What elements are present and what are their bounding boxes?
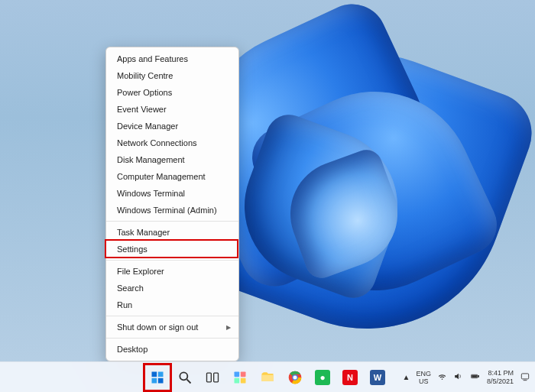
task-view-taskbar-icon[interactable] [200, 365, 225, 390]
svg-rect-2 [152, 377, 157, 383]
file-explorer-taskbar-icon[interactable] [255, 365, 280, 390]
winx-item-network-connections[interactable]: Network Connections [106, 134, 238, 151]
winx-separator [106, 316, 238, 316]
lang-primary: ENG [416, 370, 431, 377]
winx-item-task-manager[interactable]: Task Manager [106, 224, 238, 241]
svg-rect-9 [241, 371, 246, 377]
chevron-right-icon: ▶ [226, 324, 231, 331]
search-taskbar-icon[interactable] [173, 365, 197, 390]
winx-item-search[interactable]: Search [106, 280, 238, 296]
taskbar: ●NW ▲ ENG US 8:41 PM [0, 361, 535, 392]
system-tray: ▲ ENG US 8:41 PM 8/5/2021 [403, 362, 530, 392]
winx-menu: Apps and FeaturesMobility CentrePower Op… [105, 47, 239, 361]
volume-icon [453, 371, 463, 384]
svg-rect-17 [478, 375, 478, 377]
svg-rect-6 [207, 373, 212, 382]
winx-item-device-manager[interactable]: Device Manager [106, 118, 238, 134]
wifi-icon [437, 371, 447, 384]
desktop: Apps and FeaturesMobility CentrePower Op… [0, 0, 535, 392]
svg-rect-12 [262, 374, 274, 381]
start-taskbar-icon[interactable] [145, 365, 170, 390]
winx-item-run[interactable]: Run [106, 296, 238, 313]
winx-separator [106, 338, 238, 339]
svg-rect-3 [158, 377, 164, 383]
winx-separator [106, 260, 238, 261]
wallpaper [0, 0, 535, 392]
tray-overflow-chevron-icon[interactable]: ▲ [403, 373, 410, 381]
winx-item-apps-and-features[interactable]: Apps and Features [106, 50, 238, 67]
clock[interactable]: 8:41 PM 8/5/2021 [487, 369, 514, 386]
svg-rect-10 [235, 377, 240, 383]
taskbar-center: ●NW [145, 362, 390, 392]
language-switcher[interactable]: ENG US [416, 370, 431, 385]
svg-rect-0 [152, 371, 157, 377]
winx-item-desktop[interactable]: Desktop [106, 341, 238, 358]
clock-date: 8/5/2021 [487, 377, 514, 386]
svg-point-15 [293, 375, 297, 379]
winx-item-power-options[interactable]: Power Options [106, 84, 238, 101]
winx-item-event-viewer[interactable]: Event Viewer [106, 101, 238, 118]
winx-item-computer-management[interactable]: Computer Management [106, 168, 238, 185]
svg-rect-7 [214, 373, 219, 382]
word-taskbar-icon[interactable]: W [365, 365, 390, 390]
clock-time: 8:41 PM [487, 369, 514, 377]
winx-item-settings[interactable]: Settings [106, 241, 238, 258]
svg-rect-19 [521, 373, 528, 378]
winx-item-windows-terminal-admin-[interactable]: Windows Terminal (Admin) [106, 202, 238, 219]
winx-item-windows-terminal[interactable]: Windows Terminal [106, 185, 238, 202]
quick-settings[interactable] [437, 371, 481, 384]
netflix-taskbar-icon[interactable]: N [338, 365, 362, 390]
spotify-taskbar-icon[interactable]: ● [310, 365, 335, 390]
winx-item-disk-management[interactable]: Disk Management [106, 151, 238, 168]
notification-icon[interactable] [520, 371, 530, 384]
svg-rect-8 [235, 371, 240, 377]
chrome-taskbar-icon[interactable] [283, 365, 307, 390]
winx-item-mobility-centre[interactable]: Mobility Centre [106, 67, 238, 84]
winx-item-shut-down-or-sign-out[interactable]: Shut down or sign out▶ [106, 319, 238, 335]
svg-rect-1 [158, 371, 164, 377]
lang-secondary: US [416, 377, 431, 385]
battery-icon [469, 371, 481, 384]
winx-separator [106, 221, 238, 222]
winx-item-file-explorer[interactable]: File Explorer [106, 263, 238, 280]
svg-point-4 [180, 372, 187, 380]
svg-rect-11 [241, 377, 246, 383]
widgets-taskbar-icon[interactable] [228, 365, 252, 390]
svg-line-5 [187, 379, 191, 383]
svg-rect-18 [472, 375, 477, 377]
